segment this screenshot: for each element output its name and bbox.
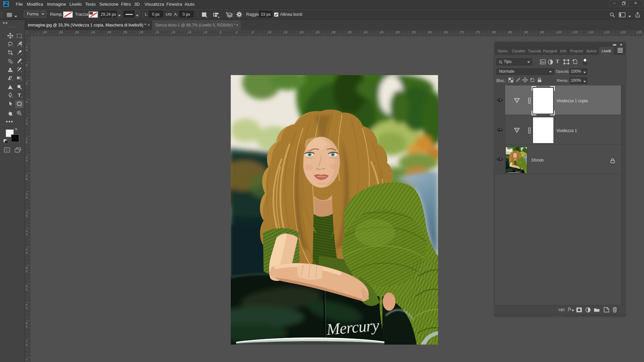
- svg-text:T: T: [18, 92, 21, 98]
